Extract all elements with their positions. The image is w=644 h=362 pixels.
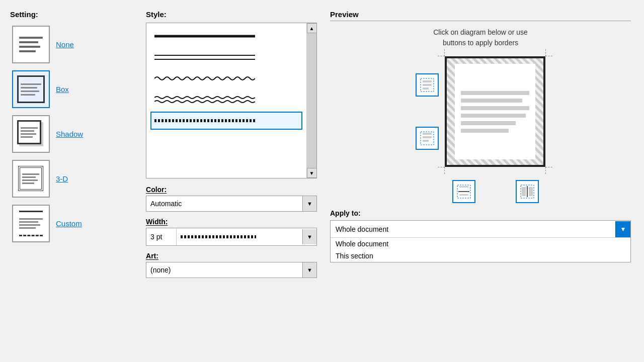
setting-item-3d[interactable]: 3-D bbox=[10, 158, 136, 200]
style-line-double-wavy-icon bbox=[154, 94, 255, 105]
setting-item-box[interactable]: Box bbox=[10, 68, 136, 110]
style-line-double-icon bbox=[154, 52, 255, 63]
bottom-border-controls bbox=[452, 180, 539, 203]
art-dropdown-arrow[interactable]: ▼ bbox=[302, 262, 316, 278]
width-label: Width: bbox=[146, 218, 317, 226]
apply-to-selected-row[interactable]: Whole document ▼ bbox=[331, 221, 630, 238]
setting-icon-3d bbox=[12, 160, 50, 198]
corner-tl bbox=[438, 49, 445, 56]
style-item-double-wavy[interactable] bbox=[150, 90, 302, 109]
bottom-border-button[interactable] bbox=[416, 127, 439, 150]
style-list-container: ▲ ▼ bbox=[146, 23, 317, 178]
setting-label-custom: Custom bbox=[56, 219, 82, 228]
style-panel: Style: bbox=[141, 5, 322, 357]
corner-bl bbox=[438, 167, 445, 174]
setting-icon-box bbox=[12, 70, 50, 108]
style-item-solid-thick[interactable] bbox=[150, 27, 302, 45]
apply-option-whole-doc[interactable]: Whole document bbox=[331, 238, 630, 250]
color-dropdown-arrow[interactable]: ▼ bbox=[302, 196, 316, 211]
svg-rect-11 bbox=[423, 136, 432, 138]
svg-rect-14 bbox=[459, 186, 468, 188]
apply-option-this-section[interactable]: This section bbox=[331, 250, 630, 262]
setting-label-3d: 3-D bbox=[56, 174, 68, 183]
apply-to-dropdown-arrow[interactable]: ▼ bbox=[615, 221, 630, 237]
width-value: 3 pt bbox=[146, 228, 177, 245]
width-dropdown[interactable]: 3 pt ▼ bbox=[146, 228, 317, 246]
apply-to-label: Apply to: bbox=[330, 209, 631, 217]
svg-rect-12 bbox=[423, 140, 429, 142]
setting-icon-shadow bbox=[12, 115, 50, 153]
scroll-up-button[interactable]: ▲ bbox=[307, 23, 317, 33]
svg-rect-8 bbox=[423, 87, 429, 89]
setting-label-none: None bbox=[56, 40, 74, 49]
settings-list: None Box bbox=[10, 24, 136, 244]
setting-icon-custom bbox=[12, 205, 50, 242]
setting-item-shadow[interactable]: Shadow bbox=[10, 113, 136, 155]
style-item-dashed-dots[interactable] bbox=[150, 112, 302, 130]
style-scrollbar[interactable]: ▲ ▼ bbox=[306, 23, 316, 178]
document-preview-wrap bbox=[445, 56, 545, 167]
setting-label-box: Box bbox=[56, 85, 69, 94]
svg-rect-16 bbox=[459, 194, 468, 196]
preview-header: Preview bbox=[330, 10, 631, 21]
style-item-wavy[interactable] bbox=[150, 69, 302, 87]
bottom-border-icon bbox=[420, 131, 435, 146]
corner-tr bbox=[545, 49, 552, 56]
style-label: Style: bbox=[146, 10, 317, 19]
left-border-controls bbox=[416, 73, 439, 150]
preview-instruction: Click on diagram below or usebuttons to … bbox=[330, 27, 631, 48]
color-value: Automatic bbox=[146, 200, 302, 208]
setting-icon-none bbox=[12, 26, 50, 63]
setting-item-none[interactable]: None bbox=[10, 24, 136, 65]
preview-panel: Preview Click on diagram below or usebut… bbox=[322, 5, 639, 357]
width-line-preview-icon bbox=[181, 235, 256, 239]
setting-item-custom[interactable]: Custom bbox=[10, 203, 136, 244]
top-border-icon bbox=[420, 77, 435, 93]
art-field: Art: (none) ▼ bbox=[146, 252, 317, 278]
preview-area bbox=[416, 56, 545, 167]
style-line-wavy-icon bbox=[154, 73, 255, 84]
document-preview[interactable] bbox=[445, 56, 545, 167]
width-field: Width: 3 pt ▼ bbox=[146, 218, 317, 246]
color-label: Color: bbox=[146, 186, 317, 194]
art-label: Art: bbox=[146, 252, 317, 260]
svg-rect-7 bbox=[423, 84, 432, 86]
svg-rect-18 bbox=[522, 187, 526, 196]
color-field: Color: Automatic ▼ bbox=[146, 186, 317, 212]
inner-horizontal-border-icon bbox=[456, 184, 471, 199]
scroll-down-button[interactable]: ▼ bbox=[307, 168, 317, 178]
scroll-track bbox=[307, 33, 316, 168]
apply-to-section: Apply to: Whole document ▼ Whole documen… bbox=[330, 209, 631, 262]
apply-to-dropdown[interactable]: Whole document ▼ Whole document This sec… bbox=[330, 220, 631, 262]
document-content bbox=[455, 64, 535, 159]
inner-vertical-border-button[interactable] bbox=[516, 180, 539, 203]
svg-rect-10 bbox=[423, 133, 432, 135]
corner-br bbox=[545, 167, 552, 174]
inner-horizontal-border-button[interactable] bbox=[452, 180, 475, 203]
width-dropdown-arrow[interactable]: ▼ bbox=[302, 229, 316, 244]
inner-vertical-border-icon bbox=[520, 184, 535, 199]
style-line-dashed-dots-icon bbox=[154, 115, 255, 126]
style-line-solid-thick-icon bbox=[154, 31, 255, 42]
width-preview bbox=[177, 228, 302, 245]
apply-to-value: Whole document bbox=[331, 225, 615, 233]
settings-panel: Setting: None bbox=[5, 5, 141, 357]
settings-label: Setting: bbox=[10, 10, 136, 19]
art-dropdown[interactable]: (none) ▼ bbox=[146, 262, 317, 278]
top-border-button[interactable] bbox=[416, 73, 439, 97]
svg-rect-20 bbox=[529, 187, 533, 196]
color-dropdown[interactable]: Automatic ▼ bbox=[146, 196, 317, 212]
setting-label-shadow: Shadow bbox=[56, 130, 83, 138]
style-list bbox=[146, 23, 306, 178]
svg-rect-6 bbox=[423, 80, 432, 82]
art-value: (none) bbox=[146, 266, 302, 274]
style-item-double[interactable] bbox=[150, 48, 302, 66]
